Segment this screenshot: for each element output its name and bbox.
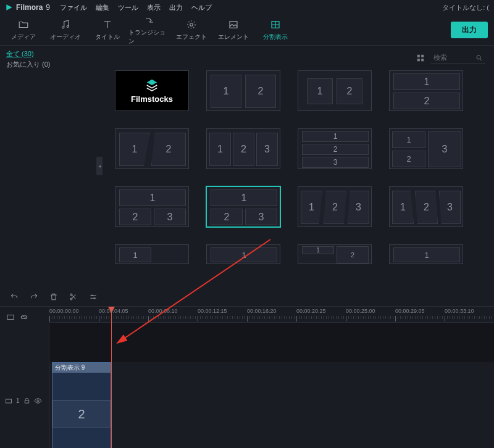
preset-split-3vdiag2[interactable]: 1 2 3 bbox=[389, 186, 463, 227]
tab-audio[interactable]: オーディオ bbox=[44, 19, 86, 41]
preset-partial[interactable]: 1 bbox=[389, 244, 463, 264]
trash-icon[interactable] bbox=[49, 292, 58, 301]
svg-point-8 bbox=[477, 56, 480, 59]
preset-split-t1b2[interactable]: 1 2 3 bbox=[115, 186, 189, 227]
preset-split-2h[interactable]: 1 2 bbox=[389, 70, 463, 111]
preset-split-3vdiag[interactable]: 1 2 3 bbox=[298, 186, 372, 227]
preset-split-2diag[interactable]: 1 2 bbox=[115, 128, 189, 169]
clip-preview: 2 bbox=[52, 400, 111, 428]
cell-1: 1 bbox=[393, 73, 460, 90]
undo-icon[interactable] bbox=[10, 292, 19, 301]
timeline-toolbar bbox=[0, 288, 494, 306]
preset-split-3v[interactable]: 1 2 3 bbox=[206, 128, 280, 169]
cell-2: 2 bbox=[151, 133, 186, 166]
tab-row: メディア オーディオ タイトル トランジション エフェクト エレメント 分割表示… bbox=[0, 15, 494, 46]
timeline-tracks[interactable]: 00:00:00:00 00:00:04:05 00:00:08:10 00:0… bbox=[49, 307, 494, 448]
preset-grid-area: 検索 Filmstocks 1 2 1 2 1 bbox=[99, 46, 494, 288]
track-number: 1 bbox=[16, 397, 20, 404]
preset-filmstocks[interactable]: Filmstocks bbox=[115, 70, 189, 111]
document-title: タイトルなし: ( bbox=[442, 3, 489, 12]
cell-1: 1 bbox=[211, 189, 277, 206]
menu-help[interactable]: ヘルプ bbox=[191, 3, 212, 12]
track-label: 1 bbox=[0, 397, 49, 405]
transition-icon bbox=[144, 15, 155, 26]
ruler-times: 00:00:00:00 00:00:04:05 00:00:08:10 00:0… bbox=[49, 308, 494, 314]
search-input[interactable]: 検索 bbox=[431, 52, 485, 64]
cell-3: 3 bbox=[302, 157, 369, 168]
cell-3: 3 bbox=[256, 133, 278, 166]
svg-rect-4 bbox=[417, 55, 420, 57]
cell-2: 2 bbox=[211, 209, 243, 225]
workspace: 全て (30) お気に入り (0) ◂ 検索 Filmstocks 1 2 bbox=[0, 46, 494, 288]
preset-partial[interactable]: 1 2 bbox=[298, 244, 372, 264]
menu-output[interactable]: 出力 bbox=[169, 3, 183, 12]
menu-tool[interactable]: ツール bbox=[118, 3, 138, 12]
preset-split-2v-small[interactable]: 1 2 bbox=[298, 70, 372, 111]
tab-transition[interactable]: トランジション bbox=[128, 15, 170, 46]
svg-rect-5 bbox=[421, 55, 424, 57]
cell-1: 1 bbox=[119, 133, 150, 166]
playhead[interactable] bbox=[111, 307, 112, 448]
menu-file[interactable]: ファイル bbox=[60, 3, 87, 12]
tab-label: トランジション bbox=[128, 28, 170, 46]
redo-icon[interactable] bbox=[30, 292, 38, 301]
app-logo: Filmora9 bbox=[5, 3, 50, 12]
tab-media[interactable]: メディア bbox=[2, 19, 44, 41]
eye-icon[interactable] bbox=[34, 397, 42, 405]
video-track[interactable]: 分割表示 9 2 bbox=[49, 362, 494, 448]
preset-split-2v[interactable]: 1 2 bbox=[206, 70, 280, 111]
cell-2: 2 bbox=[245, 75, 276, 108]
grid-toolbar: 検索 bbox=[115, 52, 485, 64]
sidebar-item-all[interactable]: 全て (30) bbox=[6, 49, 93, 59]
tab-effect[interactable]: エフェクト bbox=[170, 19, 212, 41]
menu-edit[interactable]: 編集 bbox=[96, 3, 109, 12]
cut-icon[interactable] bbox=[69, 292, 78, 301]
export-button[interactable]: 出力 bbox=[451, 22, 488, 38]
lock-icon[interactable] bbox=[23, 397, 30, 404]
timeline-clip[interactable]: 分割表示 9 2 bbox=[52, 362, 111, 448]
effect-icon bbox=[186, 19, 197, 30]
cell-2: 2 bbox=[233, 133, 254, 166]
cell-1: 1 bbox=[211, 75, 241, 108]
app-version: 9 bbox=[46, 3, 50, 12]
search-placeholder: 検索 bbox=[433, 53, 447, 62]
svg-point-0 bbox=[190, 23, 193, 26]
link-icon[interactable] bbox=[20, 313, 28, 321]
preset-split-3h[interactable]: 1 2 3 bbox=[298, 128, 372, 169]
preset-split-t1b2-selected[interactable]: 1 2 3 bbox=[206, 186, 280, 227]
cell-2: 2 bbox=[302, 144, 369, 155]
tab-title[interactable]: タイトル bbox=[86, 19, 128, 41]
tab-element[interactable]: エレメント bbox=[212, 19, 254, 41]
preset-split-l2r1[interactable]: 1 2 3 bbox=[389, 128, 463, 169]
svg-rect-14 bbox=[6, 399, 12, 403]
preset-partial[interactable]: 1 bbox=[115, 244, 189, 264]
clip-segment: 2 bbox=[52, 400, 111, 428]
search-icon bbox=[475, 54, 483, 62]
preset-rows: Filmstocks 1 2 1 2 1 2 1 2 bbox=[115, 70, 485, 264]
cell-1: 1 bbox=[119, 247, 151, 262]
tab-split[interactable]: 分割表示 bbox=[254, 19, 296, 41]
music-icon bbox=[60, 19, 71, 30]
fit-icon[interactable] bbox=[6, 313, 15, 321]
grid-view-icon[interactable] bbox=[416, 54, 425, 62]
sidebar-collapse-handle[interactable]: ◂ bbox=[96, 157, 103, 175]
svg-point-11 bbox=[91, 295, 93, 296]
cell-2: 2 bbox=[337, 246, 369, 263]
cell-2: 2 bbox=[415, 191, 438, 224]
filmstocks-icon bbox=[145, 78, 159, 92]
sidebar-item-favorites[interactable]: お気に入り (0) bbox=[6, 60, 93, 69]
cell-3: 3 bbox=[245, 209, 277, 225]
timeline-ruler[interactable]: 00:00:00:00 00:00:04:05 00:00:08:10 00:0… bbox=[49, 307, 494, 323]
menubar-items: ファイル 編集 ツール 表示 出力 ヘルプ bbox=[60, 3, 212, 12]
category-sidebar: 全て (30) お気に入り (0) bbox=[0, 46, 99, 288]
track-type-icon bbox=[5, 397, 12, 405]
preset-partial[interactable]: 1 bbox=[206, 244, 280, 264]
cell-2: 2 bbox=[393, 93, 460, 109]
tab-label: 分割表示 bbox=[263, 33, 288, 41]
svg-rect-13 bbox=[7, 315, 14, 320]
svg-point-12 bbox=[94, 297, 95, 299]
preset-row: 1 2 3 1 2 3 1 2 3 1 2 3 bbox=[115, 186, 485, 227]
clip-title: 分割表示 9 bbox=[52, 363, 111, 373]
menu-view[interactable]: 表示 bbox=[147, 3, 161, 12]
settings-icon[interactable] bbox=[89, 292, 98, 301]
